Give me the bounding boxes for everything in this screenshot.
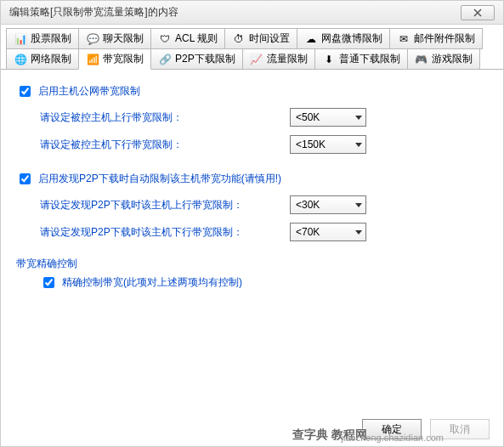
tab-聊天限制[interactable]: 💬聊天限制 — [78, 28, 151, 49]
tab-网络限制[interactable]: 🌐网络限制 — [6, 48, 79, 70]
tab-P2P下载限制[interactable]: 🔗P2P下载限制 — [150, 48, 243, 70]
tab-ACL 规则[interactable]: 🛡ACL 规则 — [150, 28, 225, 49]
tab-label: 聊天限制 — [103, 31, 144, 46]
host-upload-limit-value: <50K — [296, 111, 320, 123]
shield-icon: 🛡 — [158, 32, 172, 46]
cloud-icon: ☁ — [304, 32, 318, 46]
chevron-down-icon — [355, 116, 362, 120]
download-icon: ⬇ — [322, 53, 336, 66]
close-button[interactable] — [461, 5, 495, 20]
close-icon — [473, 8, 482, 17]
tab-label: 带宽限制 — [103, 52, 144, 66]
tab-流量限制[interactable]: 📈流量限制 — [242, 48, 315, 70]
host-upload-limit-row: 请设定被控主机上行带宽限制： <50K — [40, 108, 488, 127]
tab-股票限制[interactable]: 📊股票限制 — [6, 28, 79, 49]
enable-p2p-limit-label: 启用发现P2P下载时自动限制该主机带宽功能(请慎用!) — [38, 172, 281, 186]
precise-control-title: 带宽精确控制 — [16, 257, 488, 271]
tab-带宽限制[interactable]: 📶带宽限制 — [78, 48, 151, 70]
host-download-limit-value: <150K — [296, 139, 326, 150]
precise-control-row: 精确控制带宽(此项对上述两项均有控制) — [40, 274, 488, 291]
chevron-down-icon — [355, 230, 362, 235]
globe-icon: 🌐 — [14, 53, 27, 66]
host-download-limit-label: 请设定被控主机下行带宽限制： — [40, 138, 278, 152]
tab-label: 网盘微博限制 — [321, 31, 382, 46]
titlebar: 编辑策略[只限制带宽流量策略]的内容 — [1, 1, 503, 25]
tab-label: 股票限制 — [31, 31, 71, 46]
tab-strip: 📊股票限制💬聊天限制🛡ACL 规则⏱时间设置☁网盘微博限制✉邮件附件限制🌐网络限… — [1, 25, 503, 69]
speed-icon: 📶 — [86, 53, 99, 66]
enable-bandwidth-limit-checkbox[interactable] — [20, 86, 31, 97]
p2p-upload-limit-select[interactable]: <30K — [290, 195, 366, 214]
dialog-window: 编辑策略[只限制带宽流量策略]的内容 📊股票限制💬聊天限制🛡ACL 规则⏱时间设… — [0, 0, 504, 447]
host-download-limit-row: 请设定被控主机下行带宽限制： <150K — [40, 135, 488, 154]
tab-时间设置[interactable]: ⏱时间设置 — [224, 28, 297, 49]
chart-icon: 📊 — [14, 32, 27, 46]
enable-bandwidth-limit-row: 启用主机公网带宽限制 — [16, 83, 488, 99]
chat-icon: 💬 — [86, 32, 99, 46]
tab-content: 启用主机公网带宽限制 请设定被控主机上行带宽限制： <50K 请设定被控主机下行… — [1, 69, 503, 405]
p2p-upload-limit-label: 请设定发现P2P下载时该主机上行带宽限制： — [40, 198, 278, 212]
p2p-download-limit-select[interactable]: <70K — [290, 223, 366, 241]
enable-p2p-limit-row: 启用发现P2P下载时自动限制该主机带宽功能(请慎用!) — [16, 171, 488, 187]
p2p-upload-limit-row: 请设定发现P2P下载时该主机上行带宽限制： <30K — [40, 195, 488, 214]
p2p-icon: 🔗 — [158, 53, 172, 66]
ok-button[interactable]: 确定 — [362, 419, 422, 439]
tab-普通下载限制[interactable]: ⬇普通下载限制 — [314, 48, 408, 70]
cancel-button[interactable]: 取消 — [430, 419, 490, 439]
bars-icon: 📈 — [250, 53, 263, 66]
game-icon: 🎮 — [415, 53, 428, 66]
p2p-download-limit-value: <70K — [296, 226, 320, 238]
enable-bandwidth-limit-label: 启用主机公网带宽限制 — [38, 84, 140, 99]
mail-icon: ✉ — [397, 32, 411, 46]
tab-label: 时间设置 — [249, 31, 290, 46]
p2p-upload-limit-value: <30K — [296, 199, 320, 211]
host-download-limit-select[interactable]: <150K — [290, 135, 366, 154]
tab-label: 邮件附件限制 — [414, 31, 475, 46]
chevron-down-icon — [355, 203, 362, 207]
tab-游戏限制[interactable]: 🎮游戏限制 — [407, 48, 480, 70]
precise-control-label: 精确控制带宽(此项对上述两项均有控制) — [62, 275, 242, 290]
chevron-down-icon — [355, 143, 362, 147]
tab-label: 网络限制 — [31, 52, 71, 66]
clock-icon: ⏱ — [232, 32, 246, 46]
precise-control-checkbox[interactable] — [43, 277, 54, 288]
host-upload-limit-select[interactable]: <50K — [290, 108, 366, 127]
tab-label: P2P下载限制 — [175, 52, 235, 66]
p2p-download-limit-label: 请设定发现P2P下载时该主机下行带宽限制： — [40, 225, 278, 240]
p2p-download-limit-row: 请设定发现P2P下载时该主机下行带宽限制： <70K — [40, 223, 488, 241]
tab-邮件附件限制[interactable]: ✉邮件附件限制 — [389, 28, 483, 49]
enable-p2p-limit-checkbox[interactable] — [20, 173, 31, 184]
tab-网盘微博限制[interactable]: ☁网盘微博限制 — [297, 28, 390, 49]
window-title: 编辑策略[只限制带宽流量策略]的内容 — [9, 5, 178, 20]
dialog-footer: 确定 取消 — [362, 419, 490, 439]
tab-label: 游戏限制 — [432, 52, 473, 66]
host-upload-limit-label: 请设定被控主机上行带宽限制： — [40, 110, 278, 125]
tab-label: ACL 规则 — [175, 31, 218, 46]
tab-label: 流量限制 — [267, 52, 308, 66]
tab-label: 普通下载限制 — [339, 52, 400, 66]
watermark-brand: 查字典 教程网 — [292, 427, 367, 443]
